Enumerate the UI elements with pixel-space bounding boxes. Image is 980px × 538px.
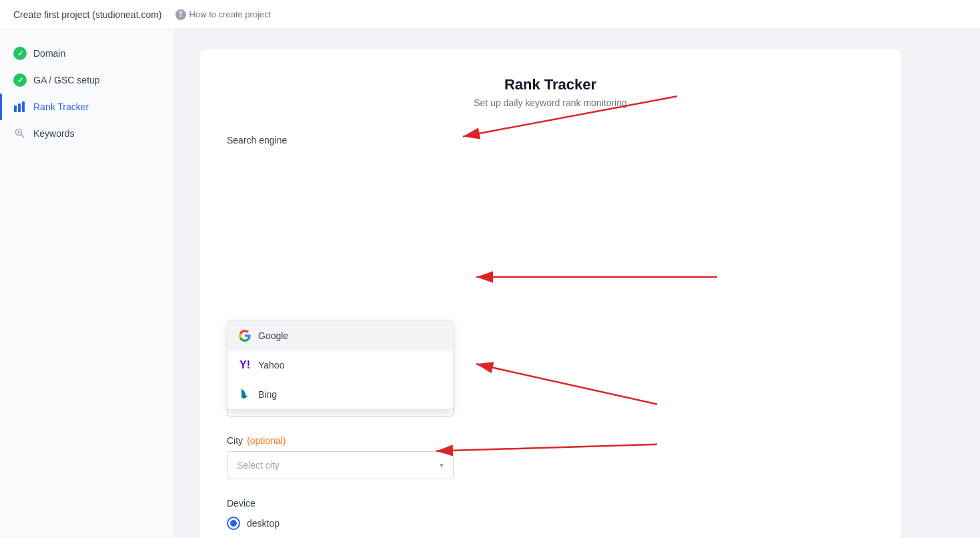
page-title: Rank Tracker bbox=[227, 76, 874, 93]
search-engine-dropdown: Google Y! Yahoo bbox=[227, 320, 454, 410]
city-wrapper: Select city ▾ bbox=[227, 451, 467, 479]
rank-tracker-icon bbox=[13, 100, 27, 113]
sidebar-label-domain: Domain bbox=[33, 48, 65, 59]
city-placeholder: Select city bbox=[237, 460, 280, 471]
yahoo-label: Yahoo bbox=[258, 360, 284, 370]
city-label: City (optional) bbox=[227, 435, 467, 446]
topbar-title: Create first project (studioneat.com) bbox=[13, 9, 162, 20]
topbar: Create first project (studioneat.com) ? … bbox=[0, 0, 980, 29]
main-area: Rank Tracker Set up daily keyword rank m… bbox=[173, 29, 980, 538]
sidebar: Domain GA / GSC setup Rank Tracker bbox=[0, 29, 173, 538]
sidebar-item-ga-gsc[interactable]: GA / GSC setup bbox=[0, 67, 173, 93]
sidebar-label-rank: Rank Tracker bbox=[33, 101, 89, 112]
city-optional: (optional) bbox=[247, 435, 286, 446]
keywords-icon bbox=[13, 127, 27, 140]
device-section: Device desktop mobile bbox=[227, 498, 467, 538]
sidebar-item-domain[interactable]: Domain bbox=[0, 40, 173, 67]
sidebar-item-keywords[interactable]: Keywords bbox=[0, 120, 173, 147]
help-link-text: How to create project bbox=[189, 9, 272, 19]
sidebar-item-rank-tracker[interactable]: Rank Tracker bbox=[0, 93, 173, 120]
info-icon: ? bbox=[175, 9, 186, 20]
bing-icon bbox=[238, 388, 252, 401]
device-radio-group: desktop mobile bbox=[227, 517, 467, 538]
main-layout: Domain GA / GSC setup Rank Tracker bbox=[0, 29, 980, 538]
search-engine-section: Search engine bbox=[227, 135, 467, 354]
dropdown-item-bing[interactable]: Bing bbox=[227, 380, 453, 409]
desktop-label: desktop bbox=[247, 518, 280, 529]
svg-rect-1 bbox=[18, 103, 21, 112]
page-subtitle: Set up daily keyword rank monitoring bbox=[227, 97, 874, 108]
search-engine-label: Search engine bbox=[227, 135, 467, 146]
check-icon-domain bbox=[13, 47, 27, 60]
radio-item-desktop[interactable]: desktop bbox=[227, 517, 467, 530]
help-link[interactable]: ? How to create project bbox=[175, 9, 272, 20]
sidebar-label-keywords: Keywords bbox=[33, 128, 74, 139]
content-card: Rank Tracker Set up daily keyword rank m… bbox=[200, 49, 901, 538]
page-header: Rank Tracker Set up daily keyword rank m… bbox=[227, 76, 874, 108]
svg-rect-2 bbox=[22, 101, 25, 112]
device-label: Device bbox=[227, 498, 467, 509]
city-chevron-icon: ▾ bbox=[440, 461, 444, 470]
form-section: Search engine bbox=[227, 135, 467, 538]
google-label: Google bbox=[258, 330, 288, 341]
city-select[interactable]: Select city ▾ bbox=[227, 451, 454, 479]
radio-outer-desktop bbox=[227, 517, 240, 530]
radio-inner-desktop bbox=[230, 520, 237, 527]
google-icon bbox=[238, 329, 252, 342]
check-icon-ga bbox=[13, 73, 27, 87]
sidebar-label-ga: GA / GSC setup bbox=[33, 75, 100, 85]
city-section: City (optional) Select city ▾ bbox=[227, 435, 467, 479]
dropdown-item-yahoo[interactable]: Y! Yahoo bbox=[227, 350, 453, 380]
bing-label: Bing bbox=[258, 389, 277, 400]
search-engine-wrapper: Google Y! Yahoo bbox=[227, 326, 467, 354]
svg-rect-0 bbox=[14, 105, 17, 112]
dropdown-item-google[interactable]: Google bbox=[227, 321, 453, 350]
yahoo-icon: Y! bbox=[238, 358, 252, 372]
